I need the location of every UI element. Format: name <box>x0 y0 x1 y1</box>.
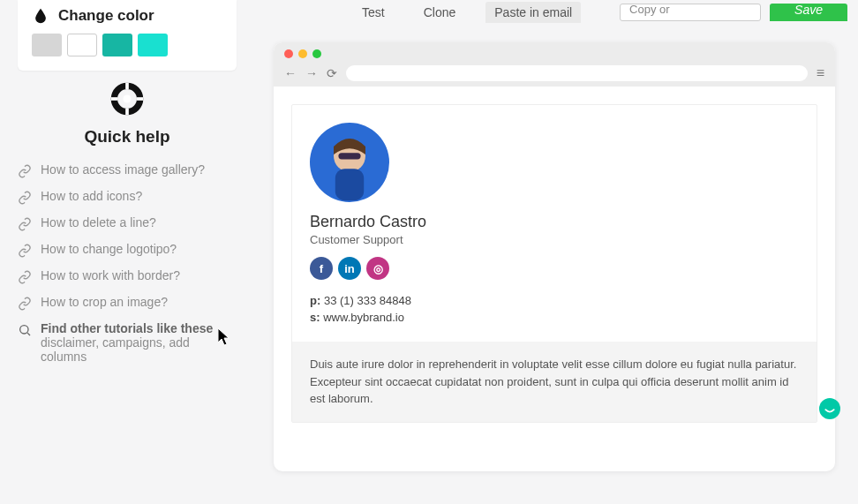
help-search-sub: disclaimer, campaigns, add columns <box>41 335 237 364</box>
tab-clone[interactable]: Clone <box>415 2 465 23</box>
tab-paste-in-email[interactable]: Paste in email <box>485 2 581 23</box>
drop-icon <box>32 7 49 25</box>
help-link[interactable]: How to crop an image? <box>18 290 237 316</box>
help-link-label: How to delete a line? <box>41 215 156 229</box>
nav-forward-icon[interactable]: → <box>305 66 318 80</box>
color-swatch-3[interactable] <box>102 34 132 56</box>
hamburger-icon[interactable]: ≡ <box>817 65 824 81</box>
help-link[interactable]: How to access image gallery? <box>18 157 237 184</box>
svg-point-5 <box>20 326 28 334</box>
help-link[interactable]: How to delete a line? <box>18 210 237 237</box>
svg-rect-3 <box>111 97 117 101</box>
change-color-panel: Change color <box>18 0 237 71</box>
linkedin-icon[interactable]: in <box>338 257 361 280</box>
color-swatch-4[interactable] <box>138 34 168 56</box>
nav-back-icon[interactable]: ← <box>284 66 297 80</box>
help-link-label: How to work with border? <box>41 268 180 282</box>
change-color-title: Change color <box>58 7 154 25</box>
svg-point-0 <box>123 94 131 102</box>
window-max-dot[interactable] <box>312 49 321 58</box>
color-swatch-2[interactable] <box>67 34 97 56</box>
quick-help-panel: Quick help How to access image gallery? … <box>18 74 237 369</box>
chat-fab[interactable] <box>819 398 840 419</box>
phone-line: p: 33 (1) 333 84848 <box>310 294 799 307</box>
help-link-label: How to crop an image? <box>41 295 168 309</box>
signature-role: Customer Support <box>310 233 799 246</box>
color-swatch-1[interactable] <box>32 34 62 56</box>
help-search-main: Find other tutorials like these <box>41 321 213 335</box>
svg-rect-2 <box>125 109 129 115</box>
email-preview-window: ← → ⟳ ≡ Bernardo Castro Custome <box>274 42 835 471</box>
window-close-dot[interactable] <box>284 49 293 58</box>
facebook-icon[interactable]: f <box>310 257 333 280</box>
lifesaver-icon <box>108 79 147 118</box>
tab-test[interactable]: Test <box>353 2 394 23</box>
signature-disclaimer: Duis aute irure dolor in reprehenderit i… <box>292 342 817 422</box>
svg-rect-4 <box>137 97 143 101</box>
instagram-icon[interactable]: ◎ <box>366 257 389 280</box>
help-link-label: How to add icons? <box>41 189 142 203</box>
window-min-dot[interactable] <box>298 49 307 58</box>
svg-rect-9 <box>335 169 364 200</box>
nav-reload-icon[interactable]: ⟳ <box>327 66 337 80</box>
signature-name: Bernardo Castro <box>310 213 799 231</box>
svg-rect-1 <box>125 83 129 89</box>
copy-dropdown[interactable]: Copy or <box>620 4 761 21</box>
help-link-label: How to access image gallery? <box>41 162 205 177</box>
save-button[interactable]: Save <box>770 4 847 21</box>
url-bar[interactable] <box>346 65 808 81</box>
help-link[interactable]: How to work with border? <box>18 263 237 290</box>
signature-card: Bernardo Castro Customer Support f in ◎ … <box>291 104 817 423</box>
site-line: s: www.bybrand.io <box>310 311 799 324</box>
help-search-link[interactable]: Find other tutorials like these disclaim… <box>18 316 237 369</box>
help-link[interactable]: How to change logotipo? <box>18 237 237 263</box>
editor-tabs: Test Clone Paste in email <box>353 2 581 23</box>
help-link[interactable]: How to add icons? <box>18 184 237 210</box>
quick-help-title: Quick help <box>18 127 237 147</box>
avatar <box>310 123 389 202</box>
svg-line-6 <box>27 333 30 335</box>
svg-rect-10 <box>338 153 360 159</box>
help-link-label: How to change logotipo? <box>41 242 177 256</box>
